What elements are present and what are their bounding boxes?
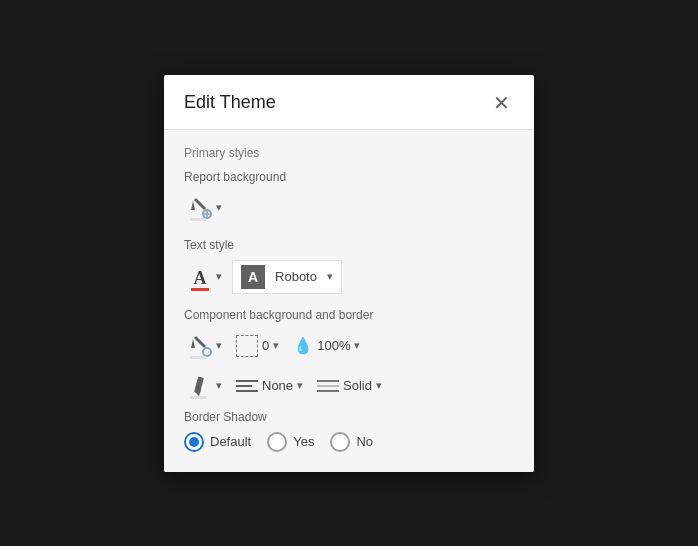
solid-chevron-icon: ▾ [376, 379, 382, 392]
opacity-button[interactable]: 💧 100% ▾ [291, 334, 362, 357]
opacity-chevron-icon: ▾ [354, 339, 360, 352]
border-style-button[interactable]: 0 ▾ [234, 333, 281, 359]
pencil-color-button[interactable]: ▾ [184, 370, 224, 402]
dashed-lines-icon [317, 380, 339, 392]
dialog-body: Primary styles Report background ▾ [164, 130, 534, 472]
font-picker-button[interactable]: A Roboto ▾ [232, 260, 342, 294]
border-type-button[interactable]: Solid ▾ [315, 376, 384, 395]
border-shadow-yes-radio[interactable] [267, 432, 287, 452]
border-dashed-icon [236, 335, 258, 357]
report-bg-chevron-icon: ▾ [216, 201, 222, 214]
svg-rect-6 [190, 396, 206, 399]
border-shadow-radio-row: Default Yes No [184, 432, 514, 452]
text-style-label: Text style [184, 238, 514, 252]
text-style-group: Text style A ▾ A Roboto ▾ [184, 238, 514, 294]
text-style-controls: A ▾ A Roboto ▾ [184, 260, 514, 294]
border-shadow-no-label: No [356, 434, 373, 449]
dialog-header: Edit Theme ✕ [164, 75, 534, 130]
border-shadow-yes-option[interactable]: Yes [267, 432, 314, 452]
text-color-icon: A [186, 263, 214, 291]
pencil-chevron-icon: ▾ [216, 379, 222, 392]
close-button[interactable]: ✕ [489, 91, 514, 115]
none-chevron-icon: ▾ [297, 379, 303, 392]
report-background-label: Report background [184, 170, 514, 184]
component-row-1: ▾ 0 ▾ 💧 100% ▾ [184, 330, 514, 362]
component-row-2: ▾ None ▾ S [184, 370, 514, 402]
border-shadow-no-option[interactable]: No [330, 432, 373, 452]
text-underline [191, 288, 209, 291]
border-shadow-no-radio[interactable] [330, 432, 350, 452]
border-shadow-section: Border Shadow Default Yes No [184, 410, 514, 452]
font-chevron-icon: ▾ [327, 270, 333, 283]
border-weight-button[interactable]: None ▾ [234, 376, 305, 395]
font-a-icon: A [241, 265, 265, 289]
text-color-chevron-icon: ▾ [216, 270, 222, 283]
svg-point-2 [203, 348, 211, 356]
component-section: Component background and border ▾ 0 ▾ [184, 308, 514, 402]
solid-label: Solid [343, 378, 372, 393]
component-paint-bucket-icon [186, 332, 214, 360]
text-color-button[interactable]: A ▾ [184, 261, 224, 293]
dialog-title: Edit Theme [184, 92, 276, 113]
border-shadow-label: Border Shadow [184, 410, 514, 424]
text-a-letter: A [194, 269, 207, 287]
lines-icon [236, 380, 258, 392]
svg-rect-3 [190, 356, 206, 359]
border-shadow-default-radio[interactable] [184, 432, 204, 452]
component-bg-color-button[interactable]: ▾ [184, 330, 224, 362]
water-drop-icon: 💧 [293, 336, 313, 355]
report-bg-color-button[interactable]: ▾ [184, 192, 224, 224]
component-section-label: Component background and border [184, 308, 514, 322]
edit-theme-dialog: Edit Theme ✕ Primary styles Report backg… [164, 75, 534, 472]
opacity-value-label: 100% [317, 338, 350, 353]
border-shadow-default-label: Default [210, 434, 251, 449]
none-label: None [262, 378, 293, 393]
report-background-group: Report background ▾ [184, 170, 514, 224]
paint-bucket-icon [186, 194, 214, 222]
primary-styles-label: Primary styles [184, 146, 514, 160]
report-background-controls: ▾ [184, 192, 514, 224]
border-shadow-yes-label: Yes [293, 434, 314, 449]
border-chevron-icon: ▾ [273, 339, 279, 352]
svg-rect-1 [190, 218, 206, 221]
component-bg-chevron-icon: ▾ [216, 339, 222, 352]
border-shadow-default-option[interactable]: Default [184, 432, 251, 452]
border-value-label: 0 [262, 338, 269, 353]
pencil-icon [186, 372, 214, 400]
font-name-label: Roboto [271, 269, 321, 284]
